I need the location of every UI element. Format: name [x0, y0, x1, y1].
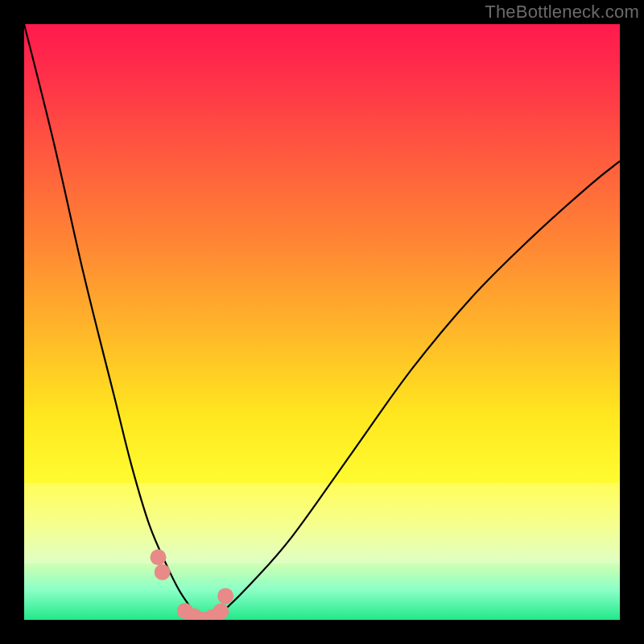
plot-area: [24, 24, 620, 620]
background-gradient: [24, 24, 620, 620]
chart-frame: TheBottleneck.com: [0, 0, 644, 644]
watermark-text: TheBottleneck.com: [485, 2, 639, 23]
